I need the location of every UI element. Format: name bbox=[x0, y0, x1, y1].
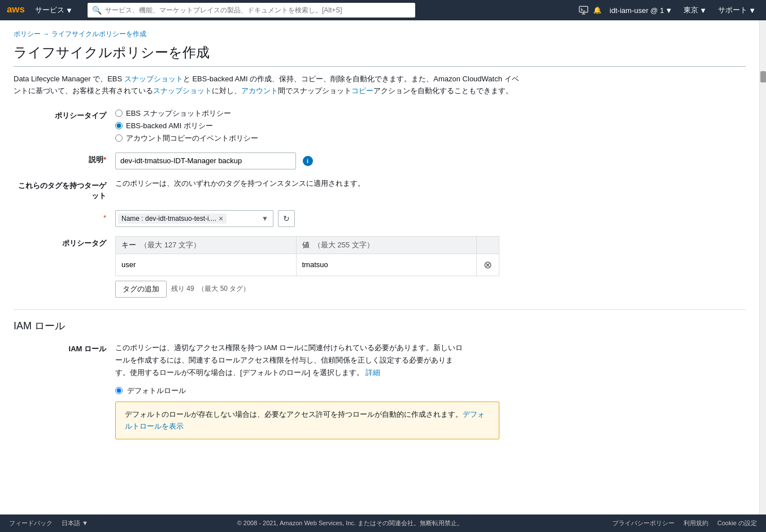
default-role-info-box: デフォルトのロールが存在しない場合は、必要なアクセス許可を持つロールが自動的に作… bbox=[115, 402, 499, 440]
page-title: ライフサイクルポリシーを作成 bbox=[14, 43, 746, 62]
policy-type-options: EBS スナップショットポリシー EBS-backed AMI ポリシー アカウ… bbox=[115, 108, 746, 143]
main-content: ポリシー → ライフサイクルポリシーを作成 ライフサイクルポリシーを作成 Dat… bbox=[0, 20, 759, 532]
search-input[interactable] bbox=[105, 6, 411, 14]
policy-type-label: ポリシータイプ bbox=[14, 108, 115, 121]
action-column-header bbox=[477, 236, 499, 254]
iam-role-heading: IAM ロール bbox=[14, 319, 746, 333]
refresh-button[interactable]: ↻ bbox=[278, 210, 295, 227]
iam-role-content: このポリシーは、適切なアクセス権限を持つ IAM ロールに関連付けられている必要… bbox=[115, 342, 746, 440]
footer-right: プライバシーポリシー 利用規約 Cookie の設定 bbox=[612, 519, 757, 527]
aws-logo[interactable]: aws bbox=[7, 5, 25, 16]
add-tag-bar: タグの追加 残り 49 （最大 50 タグ） bbox=[115, 281, 746, 298]
default-role-row: デフォトルロール bbox=[115, 386, 746, 396]
snapshot-link1[interactable]: スナップショット bbox=[124, 75, 183, 83]
footer-copyright: © 2008 - 2021, Amazon Web Services, Inc.… bbox=[88, 519, 612, 527]
account-link[interactable]: アカウント bbox=[241, 86, 278, 95]
snapshot-link2[interactable]: スナップショット bbox=[153, 86, 212, 95]
support-menu-button[interactable]: サポート ▼ bbox=[715, 4, 759, 16]
target-tags-row: これらのタグを持つターゲット このポリシーは、次のいずれかのタグを持つインスタン… bbox=[14, 178, 746, 201]
ebs-ami-radio[interactable] bbox=[115, 122, 123, 129]
default-role-label[interactable]: デフォトルロール bbox=[127, 386, 186, 396]
breadcrumb: ポリシー → ライフサイクルポリシーを作成 bbox=[14, 29, 746, 39]
cloudshell-icon[interactable] bbox=[578, 5, 589, 15]
cross-account-radio[interactable] bbox=[115, 134, 123, 142]
target-tags-label: これらのタグを持つターゲット bbox=[14, 178, 115, 201]
tag-selector-dropdown[interactable]: Name : dev-idt-tmatsuo-test-i.... × ▼ bbox=[115, 210, 273, 227]
page-description: Data Lifecycle Manager で、EBS スナップショットと E… bbox=[14, 73, 522, 97]
target-selector-row: * Name : dev-idt-tmatsuo-test-i.... × ▼ … bbox=[14, 210, 746, 227]
policy-type-row: ポリシータイプ EBS スナップショットポリシー EBS-backed AMI … bbox=[14, 108, 746, 143]
policy-type-ebs-snapshot[interactable]: EBS スナップショットポリシー bbox=[115, 108, 746, 119]
description-input[interactable] bbox=[115, 152, 296, 169]
user-account-button[interactable]: idt-iam-user @ 1 ▼ bbox=[606, 5, 676, 16]
iam-role-description: このポリシーは、適切なアクセス権限を持つ IAM ロールに関連付けられている必要… bbox=[115, 342, 465, 379]
table-row: ⊗ bbox=[116, 254, 499, 276]
breadcrumb-parent-link[interactable]: ポリシー bbox=[14, 30, 41, 38]
tag-selector-wrapper: Name : dev-idt-tmatsuo-test-i.... × ▼ ↻ bbox=[115, 210, 746, 227]
description-info-icon[interactable]: i bbox=[303, 156, 313, 166]
view-default-role-link[interactable]: デフォルトロールを表示 bbox=[125, 410, 485, 430]
policy-tags-row: ポリシータグ キー （最大 127 文字） 値 （最大 255 文字） bbox=[14, 236, 746, 298]
tag-remaining-count: 残り 49 （最大 50 タグ） bbox=[171, 284, 250, 294]
add-tag-button[interactable]: タグの追加 bbox=[115, 281, 167, 298]
language-selector-link[interactable]: 日本語 ▼ bbox=[62, 519, 88, 527]
policy-tags-content: キー （最大 127 文字） 値 （最大 255 文字） bbox=[115, 236, 746, 298]
services-menu-button[interactable]: サービス ▼ bbox=[32, 4, 76, 16]
search-icon: 🔍 bbox=[92, 6, 102, 15]
value-column-header: 値 （最大 255 文字） bbox=[296, 236, 477, 254]
global-search-bar[interactable]: 🔍 bbox=[88, 3, 415, 18]
tag-remove-cell: ⊗ bbox=[477, 254, 499, 276]
bell-icon[interactable]: 🔔 bbox=[593, 6, 602, 14]
policy-tags-label: ポリシータグ bbox=[14, 236, 115, 248]
feedback-link[interactable]: フィードバック bbox=[9, 519, 53, 527]
title-divider bbox=[14, 66, 746, 67]
region-selector-button[interactable]: 東京 ▼ bbox=[680, 4, 710, 16]
policy-tags-table: キー （最大 127 文字） 値 （最大 255 文字） bbox=[115, 236, 499, 276]
description-content: i bbox=[115, 152, 746, 169]
required-star: * bbox=[14, 210, 115, 222]
default-role-radio[interactable] bbox=[115, 387, 123, 394]
svg-text:aws: aws bbox=[7, 5, 25, 15]
footer: フィードバック 日本語 ▼ © 2008 - 2021, Amazon Web … bbox=[0, 514, 766, 532]
target-selector-content: Name : dev-idt-tmatsuo-test-i.... × ▼ ↻ bbox=[115, 210, 746, 227]
privacy-link[interactable]: プライバシーポリシー bbox=[612, 519, 674, 527]
nav-right-area: 🔔 idt-iam-user @ 1 ▼ 東京 ▼ サポート ▼ bbox=[578, 4, 759, 16]
info-box-wrapper: デフォルトのロールが存在しない場合は、必要なアクセス許可を持つロールが自動的に作… bbox=[115, 402, 746, 440]
tag-value-input[interactable] bbox=[299, 258, 475, 272]
description-label: 説明* bbox=[14, 152, 115, 165]
key-column-header: キー （最大 127 文字） bbox=[116, 236, 297, 254]
dropdown-arrow-icon[interactable]: ▼ bbox=[259, 215, 271, 223]
tag-chip: Name : dev-idt-tmatsuo-test-i.... × bbox=[118, 213, 227, 224]
section-divider bbox=[14, 309, 746, 310]
policy-type-ebs-ami[interactable]: EBS-backed AMI ポリシー bbox=[115, 121, 746, 131]
value-cell bbox=[296, 254, 477, 276]
cookie-link[interactable]: Cookie の設定 bbox=[717, 519, 757, 527]
iam-role-row: IAM ロール このポリシーは、適切なアクセス権限を持つ IAM ロールに関連付… bbox=[14, 342, 746, 440]
description-row: 説明* i bbox=[14, 152, 746, 169]
key-cell bbox=[116, 254, 297, 276]
ebs-snapshot-radio[interactable] bbox=[115, 110, 123, 117]
policy-type-cross-account[interactable]: アカウント間コピーのイベントポリシー bbox=[115, 133, 746, 143]
tag-key-input[interactable] bbox=[118, 258, 294, 272]
remove-tag-button[interactable]: ⊗ bbox=[479, 256, 496, 273]
scrollbar-track[interactable] bbox=[759, 20, 766, 532]
policy-type-radio-group: EBS スナップショットポリシー EBS-backed AMI ポリシー アカウ… bbox=[115, 108, 746, 143]
target-tags-description: このポリシーは、次のいずれかのタグを持つインスタンスに適用されます。 bbox=[115, 178, 746, 189]
scrollbar-thumb[interactable] bbox=[760, 71, 766, 82]
top-navigation: aws サービス ▼ 🔍 🔔 idt-iam-user @ 1 ▼ 東京 ▼ サ… bbox=[0, 0, 766, 20]
iam-detail-link[interactable]: 詳細 bbox=[365, 368, 380, 377]
terms-link[interactable]: 利用規約 bbox=[684, 519, 708, 527]
tag-chip-remove-button[interactable]: × bbox=[219, 215, 223, 223]
target-tags-content: このポリシーは、次のいずれかのタグを持つインスタンスに適用されます。 bbox=[115, 178, 746, 193]
copy-link[interactable]: コピー bbox=[351, 86, 373, 95]
policy-tags-header-row: キー （最大 127 文字） 値 （最大 255 文字） bbox=[116, 236, 499, 254]
footer-left: フィードバック 日本語 ▼ bbox=[9, 519, 88, 527]
iam-role-label: IAM ロール bbox=[14, 342, 115, 354]
